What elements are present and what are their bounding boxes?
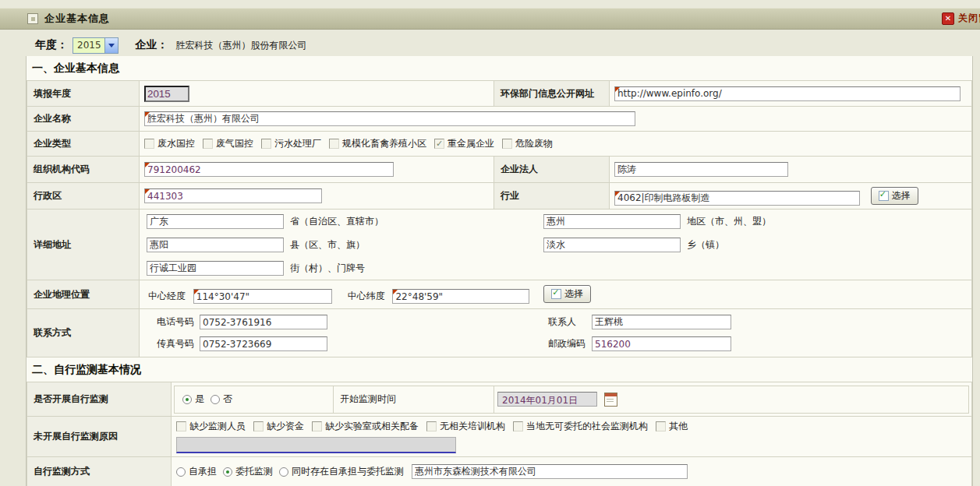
industry-select-button[interactable]: 选择 — [871, 187, 918, 205]
checkbox-no-lab[interactable] — [312, 421, 322, 431]
table-row: 是否开展自行监测 是 否 开始监测时间 2014年01月01日 — [27, 382, 972, 417]
address-street-suffix: 街（村）、门牌号 — [290, 262, 365, 275]
required-marker — [393, 290, 398, 294]
monitor-method-label: 自行监测方式 — [27, 457, 172, 486]
year-label: 年度： — [35, 38, 68, 52]
company-name-value: 胜宏科技（惠州）股份有限公司 — [176, 39, 307, 52]
company-name-input[interactable] — [144, 111, 635, 126]
address-county-input[interactable] — [147, 238, 284, 252]
close-label[interactable]: 关闭窗口 — [958, 12, 980, 25]
radio-monitor-yes[interactable] — [182, 395, 192, 404]
fax-label: 传真号码 — [157, 337, 194, 350]
address-province-input[interactable] — [147, 214, 284, 229]
required-marker — [145, 189, 150, 194]
fax-input[interactable] — [200, 336, 327, 351]
phone-label: 电话号码 — [157, 315, 194, 329]
checkbox-livestock[interactable] — [329, 139, 339, 149]
contact-person-label: 联系人 — [548, 315, 589, 329]
address-city-input[interactable] — [543, 214, 681, 229]
check-doc-icon — [551, 289, 561, 299]
report-year-label: 填报年度 — [27, 81, 140, 107]
checkbox-no-staff[interactable] — [176, 421, 186, 431]
year-select[interactable]: 2015 — [73, 37, 119, 54]
required-marker — [615, 87, 620, 92]
no-monitor-reason-label: 未开展自行监测原因 — [27, 417, 172, 457]
monitor-org-input[interactable] — [412, 464, 688, 479]
required-marker — [615, 192, 620, 196]
address-county-suffix: 县（区、市、旗） — [290, 238, 543, 252]
geo-label: 企业地理位置 — [27, 280, 140, 309]
header-meta-row: 年度： 2015 企业： 胜宏科技（惠州）股份有限公司 — [0, 36, 980, 55]
address-street-input[interactable] — [147, 261, 284, 276]
longitude-input[interactable] — [193, 289, 332, 304]
checkbox-sewage-plant[interactable] — [261, 139, 271, 149]
address-city-suffix: 地区（市、州、盟） — [687, 215, 771, 228]
self-monitor-table: 是否开展自行监测 是 否 开始监测时间 2014年01月01日 — [27, 382, 972, 486]
legal-person-label: 企业法人 — [494, 157, 610, 183]
checkbox-no-training[interactable] — [426, 421, 437, 431]
close-window-button[interactable]: ✕ 关闭窗口 — [942, 12, 980, 25]
industry-input[interactable] — [614, 191, 860, 206]
epinfo-url-input[interactable] — [614, 86, 961, 101]
latitude-label: 中心纬度 — [348, 291, 385, 301]
section1-title: 一、企业基本信息 — [27, 56, 972, 80]
close-icon[interactable]: ✕ — [942, 12, 954, 25]
contact-label: 联系方式 — [27, 309, 140, 357]
geo-select-button[interactable]: 选择 — [543, 285, 591, 303]
admin-region-input[interactable] — [144, 188, 322, 203]
checkbox-no-funds[interactable] — [253, 421, 264, 431]
monitor-label: 是否开展自行监测 — [27, 382, 172, 417]
chevron-down-icon[interactable] — [104, 38, 118, 53]
address-province-suffix: 省（自治区、直辖市） — [290, 215, 543, 228]
checkbox-hazardous-waste[interactable] — [502, 139, 512, 149]
table-row: 行政区 行业 选择 — [27, 183, 972, 210]
checkbox-wastegas[interactable] — [203, 139, 213, 149]
phone-input[interactable] — [200, 315, 327, 329]
radio-monitor-no[interactable] — [211, 395, 220, 404]
radio-entrust[interactable] — [223, 467, 232, 477]
address-label: 详细地址 — [27, 210, 140, 280]
latitude-input[interactable] — [392, 289, 529, 304]
table-row: 详细地址 省（自治区、直辖市） 地区（市、州、盟） 县（区、市、旗） 乡（镇） — [27, 210, 972, 280]
year-select-value[interactable]: 2015 — [73, 38, 104, 53]
calendar-icon[interactable] — [604, 393, 617, 407]
legal-person-input[interactable] — [614, 162, 788, 177]
admin-region-label: 行政区 — [27, 183, 140, 210]
form-panel: 一、企业基本信息 填报年度 环保部门信息公开网址 企业名称 企业类型 废水国控 … — [26, 56, 973, 486]
address-town-suffix: 乡（镇） — [687, 238, 724, 252]
table-row: 企业名称 — [27, 107, 972, 132]
app-window: 企业基本信息 ✕ 关闭窗口 年度： 2015 企业： 胜宏科技（惠州）股份有限公… — [0, 0, 980, 486]
company-name-label: 企业名称 — [27, 107, 140, 132]
org-code-input[interactable] — [144, 162, 394, 177]
monitor-start-date-input[interactable]: 2014年01月01日 — [497, 392, 597, 407]
company-label: 企业： — [136, 38, 168, 52]
table-row: 填报年度 环保部门信息公开网址 — [27, 81, 972, 107]
table-row: 企业地理位置 中心经度 中心纬度 选择 — [27, 280, 972, 309]
org-code-label: 组织机构代码 — [27, 157, 140, 183]
checkbox-no-agency[interactable] — [513, 421, 523, 431]
longitude-label: 中心经度 — [148, 291, 186, 301]
section2-title: 二、自行监测基本情况 — [27, 357, 972, 382]
window-title: 企业基本信息 — [44, 12, 110, 26]
address-town-input[interactable] — [543, 238, 681, 252]
radio-both[interactable] — [279, 467, 288, 477]
other-reason-input[interactable] — [176, 437, 456, 453]
monitor-start-label: 开始监测时间 — [340, 393, 396, 406]
window-titlebar: 企业基本信息 ✕ 关闭窗口 — [0, 8, 980, 30]
required-marker — [145, 112, 150, 117]
window-icon — [27, 13, 38, 24]
radio-self-undertake[interactable] — [176, 467, 186, 477]
checkbox-other[interactable] — [656, 421, 666, 431]
company-type-label: 企业类型 — [27, 132, 140, 157]
checkbox-wastewater[interactable] — [144, 139, 154, 149]
report-year-input[interactable] — [144, 86, 189, 102]
checkbox-heavy-metal[interactable]: ✓ — [434, 139, 444, 149]
zip-input[interactable] — [592, 336, 731, 351]
table-row: 企业类型 废水国控 废气国控 污水处理厂 规模化畜禽养殖小区 ✓重金属企业 危险… — [27, 132, 972, 157]
epinfo-url-label: 环保部门信息公开网址 — [494, 81, 610, 107]
basic-info-table: 填报年度 环保部门信息公开网址 企业名称 企业类型 废水国控 废气国控 污水处理… — [27, 80, 972, 357]
table-row: 联系方式 电话号码 联系人 传真号码 邮政编码 — [27, 309, 972, 357]
check-doc-icon — [879, 191, 889, 201]
contact-person-input[interactable] — [592, 315, 731, 329]
table-row: 未开展自行监测原因 缺少监测人员 缺少资金 缺少实验室或相关配备 无相关培训机构… — [27, 417, 972, 457]
